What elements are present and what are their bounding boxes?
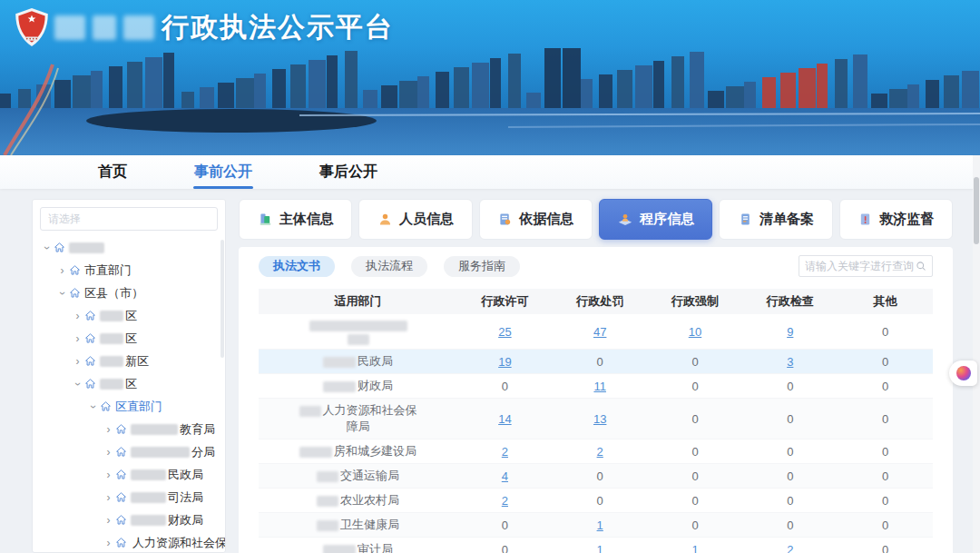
tree-node-区直部门[interactable]: ›区直部门 <box>33 395 225 418</box>
table-row[interactable]: 卫生健康局01000 <box>259 513 933 538</box>
chevron-collapsed-icon[interactable]: › <box>57 264 67 277</box>
count-link[interactable]: 1 <box>597 543 603 553</box>
count-link[interactable]: 13 <box>593 412 606 426</box>
count-link[interactable]: 11 <box>593 380 606 393</box>
count-link[interactable]: 25 <box>498 325 511 339</box>
chevron-collapsed-icon[interactable]: › <box>103 469 113 481</box>
chevron-expanded-icon[interactable]: › <box>41 242 54 252</box>
subtab-documents[interactable]: 执法文书 <box>259 256 335 277</box>
home-icon <box>115 423 127 435</box>
count-link[interactable]: 19 <box>498 355 511 369</box>
count-link[interactable]: 14 <box>498 412 511 426</box>
tree-node-label: 民政局 <box>168 467 203 483</box>
tree-node-人力资源和社会保[interactable]: ›人力资源和社会保 <box>33 531 225 553</box>
count-value: 0 <box>838 464 933 489</box>
table-row[interactable]: 25471090 <box>259 314 933 350</box>
chevron-collapsed-icon[interactable]: › <box>103 446 113 459</box>
tree-node-财政局[interactable]: ›财政局 <box>33 509 225 531</box>
tab-label: 清单备案 <box>760 211 814 228</box>
nav-item-home[interactable]: 首页 <box>98 155 127 189</box>
department-select-input[interactable] <box>40 207 218 231</box>
table-row[interactable]: 人力资源和社会保障局1413000 <box>259 399 933 439</box>
tree-node-教育局[interactable]: ›教育局 <box>33 418 225 440</box>
count-link[interactable]: 1 <box>691 543 698 553</box>
tree-node-区县（市）[interactable]: ›区县（市） <box>33 281 225 304</box>
column-header: 其他 <box>838 289 933 314</box>
redacted-text <box>323 381 356 392</box>
table-row[interactable]: 财政局011000 <box>259 374 933 399</box>
table-row[interactable]: 农业农村局20000 <box>259 489 933 513</box>
nav-item-pre-disclosure[interactable]: 事前公开 <box>194 155 252 189</box>
tree-node-label: 区 <box>125 308 137 324</box>
tab-list-filing[interactable]: 清单备案 <box>719 199 832 240</box>
count-link[interactable]: 2 <box>502 494 508 508</box>
count-value: 0 <box>742 399 838 439</box>
page-scrollbar-track[interactable] <box>973 155 980 553</box>
tab-label: 依据信息 <box>519 211 573 228</box>
tree-node-司法局[interactable]: ›司法局 <box>33 486 225 509</box>
tab-relief[interactable]: 救济监督 <box>839 199 953 240</box>
redacted-text <box>69 242 104 253</box>
count-link[interactable]: 47 <box>593 325 606 339</box>
redacted-text <box>131 515 166 526</box>
subtab-guide[interactable]: 服务指南 <box>444 256 520 277</box>
redacted-text <box>100 333 123 344</box>
nav-item-post-disclosure[interactable]: 事后公开 <box>319 155 377 189</box>
tree-node-label: 教育局 <box>180 421 215 438</box>
banner: 行政执法公示平台 <box>0 0 980 155</box>
count-link[interactable]: 9 <box>787 325 793 339</box>
tab-personnel[interactable]: 人员信息 <box>358 199 472 240</box>
tab-basis[interactable]: 依据信息 <box>479 199 593 240</box>
tree-node-分局[interactable]: ›分局 <box>33 440 225 463</box>
count-link[interactable]: 3 <box>787 355 793 369</box>
count-value: 0 <box>742 374 838 399</box>
sidebar-scrollbar[interactable] <box>220 240 224 358</box>
chevron-collapsed-icon[interactable]: › <box>103 537 113 549</box>
count-link[interactable]: 1 <box>597 518 603 532</box>
tree-node-redacted[interactable]: › <box>33 236 225 259</box>
site-name-redacted-3 <box>123 15 154 40</box>
tree-node-市直部门[interactable]: ›市直部门 <box>33 259 225 281</box>
search-input[interactable] <box>805 260 916 272</box>
table-row[interactable]: 交通运输局40000 <box>259 464 933 489</box>
tab-label: 主体信息 <box>279 211 334 228</box>
tree-node-label: 分局 <box>191 444 215 460</box>
tree-node-民政局[interactable]: ›民政局 <box>33 463 225 486</box>
count-link[interactable]: 2 <box>787 543 793 553</box>
search-icon[interactable] <box>916 261 926 272</box>
count-link[interactable]: 2 <box>502 445 508 459</box>
tree-node-区[interactable]: ›区 <box>33 327 225 350</box>
count-value: 0 <box>648 464 743 489</box>
redacted-text <box>131 447 190 458</box>
tab-subject[interactable]: 主体信息 <box>239 199 352 240</box>
chevron-collapsed-icon[interactable]: › <box>73 355 83 368</box>
chevron-collapsed-icon[interactable]: › <box>103 423 113 436</box>
table-row[interactable]: 审计局01120 <box>259 538 933 553</box>
home-icon <box>115 446 127 458</box>
tab-label: 程序信息 <box>640 211 694 228</box>
tree-node-label: 区 <box>125 376 137 392</box>
tree-node-区[interactable]: ›区 <box>33 372 225 395</box>
tab-procedure[interactable]: 程序信息 <box>599 199 712 240</box>
chevron-collapsed-icon[interactable]: › <box>73 310 83 322</box>
chevron-collapsed-icon[interactable]: › <box>73 332 83 345</box>
floating-assistant-button[interactable] <box>949 360 977 386</box>
count-link[interactable]: 2 <box>597 445 603 459</box>
tree-node-区[interactable]: ›区 <box>33 304 225 327</box>
count-value: 0 <box>742 513 838 538</box>
department-name-cell: 财政局 <box>259 374 457 399</box>
count-link[interactable]: 10 <box>689 325 701 339</box>
subtab-process[interactable]: 执法流程 <box>351 256 427 277</box>
department-name-cell: 农业农村局 <box>259 489 457 513</box>
chevron-collapsed-icon[interactable]: › <box>103 491 113 504</box>
count-link[interactable]: 4 <box>502 469 508 483</box>
chevron-expanded-icon[interactable]: › <box>56 288 69 298</box>
chevron-expanded-icon[interactable]: › <box>72 379 84 389</box>
table-row[interactable]: 房和城乡建设局22000 <box>259 439 933 464</box>
page-scrollbar-thumb[interactable] <box>974 177 979 244</box>
chevron-collapsed-icon[interactable]: › <box>103 514 113 527</box>
table-row[interactable]: 民政局190030 <box>259 350 933 374</box>
person-icon <box>377 212 393 227</box>
chevron-expanded-icon[interactable]: › <box>87 401 100 411</box>
tree-node-新区[interactable]: ›新区 <box>33 350 225 372</box>
